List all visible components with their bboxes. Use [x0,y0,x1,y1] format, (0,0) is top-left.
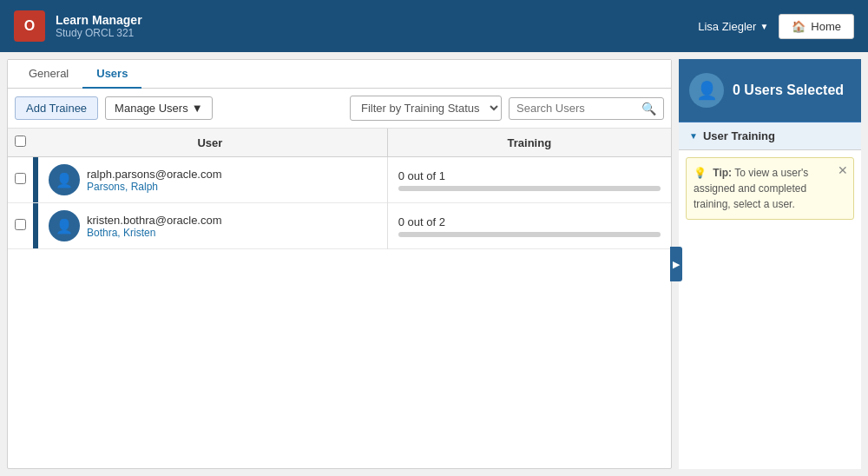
row-2-training-cell: 0 out of 2 [387,203,671,249]
section-triangle-icon: ▼ [689,131,698,141]
manage-users-label: Manage Users [115,102,188,115]
user-training-section: ▼ User Training ✕ 💡 Tip: To view a user'… [679,122,861,469]
select-all-checkbox[interactable] [15,136,26,147]
tip-icon: 💡 [694,167,707,179]
row-1-user-cell: 👤 ralph.parsons@oracle.com Parsons, Ralp… [33,157,387,203]
row-2-user-info: 👤 kristen.bothra@oracle.com Bothra, Kris… [38,203,233,248]
row-1-avatar: 👤 [49,164,80,195]
user-table-container: User Training [8,129,671,468]
table-body: 👤 ralph.parsons@oracle.com Parsons, Ralp… [8,157,671,249]
main-content: General Users Add Trainee Manage Users ▼… [0,52,868,476]
tip-close-button[interactable]: ✕ [838,162,848,180]
collapse-panel-button[interactable]: ▶ [670,247,682,281]
user-table: User Training [8,129,671,249]
row-1-checkbox[interactable] [15,173,26,184]
select-all-header [8,129,33,157]
row-2-avatar: 👤 [49,210,80,241]
manage-users-button[interactable]: Manage Users ▼ [105,96,212,120]
search-box: 🔍 [509,97,664,120]
row-1-checkbox-cell [8,157,33,203]
left-panel: General Users Add Trainee Manage Users ▼… [7,59,672,469]
app-logo: O [14,10,45,42]
row-2-training-text: 0 out of 2 [398,215,661,228]
tab-general[interactable]: General [15,60,82,89]
tab-users[interactable]: Users [82,60,141,89]
row-1-training-text: 0 out of 1 [398,169,661,182]
search-input[interactable] [516,102,638,115]
row-2-progress-bg [398,232,661,237]
row-1-name: Parsons, Ralph [87,181,222,193]
manage-users-dropdown-arrow: ▼ [192,102,203,115]
app-name: Learn Manager [56,13,142,27]
study-name: Study ORCL 321 [56,27,142,39]
selected-user-icon: 👤 [689,73,724,108]
row-2-name: Bothra, Kristen [87,227,222,239]
header-left: O Learn Manager Study ORCL 321 [14,10,142,42]
row-2-email: kristen.bothra@oracle.com [87,214,222,227]
app-header: O Learn Manager Study ORCL 321 Lisa Zieg… [0,0,868,52]
row-1-training-cell: 0 out of 1 [387,157,671,203]
filter-status-select[interactable]: Filter by Training Status [350,96,502,121]
user-training-title: User Training [703,129,775,142]
row-2-checkbox-cell [8,203,33,249]
home-button[interactable]: 🏠 Home [779,14,854,39]
user-dropdown-arrow[interactable]: ▼ [760,22,768,31]
right-panel: 👤 0 Users Selected ▼ User Training ✕ 💡 T… [679,59,861,469]
row-2-user-details: kristen.bothra@oracle.com Bothra, Kriste… [87,214,222,239]
main-wrapper: General Users Add Trainee Manage Users ▼… [0,52,868,476]
tip-box: ✕ 💡 Tip: To view a user's assigned and c… [686,157,854,220]
user-training-header: ▼ User Training [679,122,861,150]
row-1-user-info: 👤 ralph.parsons@oracle.com Parsons, Ralp… [38,157,233,202]
user-column-header: User [33,129,387,157]
home-icon: 🏠 [792,20,806,33]
table-row[interactable]: 👤 ralph.parsons@oracle.com Parsons, Ralp… [8,157,671,203]
tab-bar: General Users [8,60,671,89]
toolbar: Add Trainee Manage Users ▼ Filter by Tra… [8,89,671,129]
user-name-label: Lisa Ziegler [698,20,756,33]
row-1-email: ralph.parsons@oracle.com [87,168,222,181]
search-icon: 🔍 [641,102,656,116]
table-header: User Training [8,129,671,157]
training-column-header: Training [387,129,671,157]
table-row[interactable]: 👤 kristen.bothra@oracle.com Bothra, Kris… [8,203,671,249]
header-right: Lisa Ziegler ▼ 🏠 Home [698,14,854,39]
header-title: Learn Manager Study ORCL 321 [56,13,142,39]
tip-text: To view a user's assigned and completed … [694,167,808,210]
home-label: Home [811,20,841,33]
row-2-checkbox[interactable] [15,219,26,230]
tip-label: Tip: [713,167,732,179]
row-1-progress-bg [398,186,661,191]
selected-count-label: 0 Users Selected [733,83,844,98]
right-panel-header: 👤 0 Users Selected [679,59,861,122]
user-info: Lisa Ziegler ▼ [698,20,768,33]
add-trainee-button[interactable]: Add Trainee [15,96,98,120]
row-2-user-cell: 👤 kristen.bothra@oracle.com Bothra, Kris… [33,203,387,249]
row-1-user-details: ralph.parsons@oracle.com Parsons, Ralph [87,168,222,193]
